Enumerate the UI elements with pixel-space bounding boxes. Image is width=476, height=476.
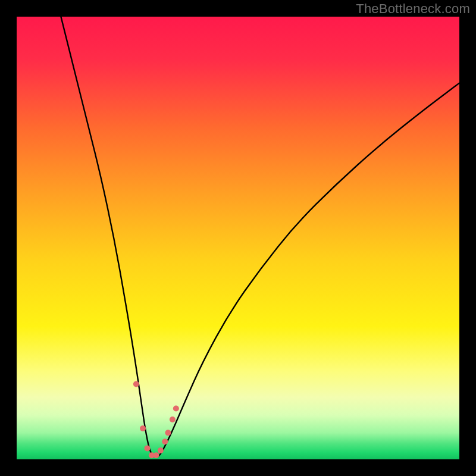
data-marker xyxy=(158,447,164,453)
data-marker xyxy=(140,425,146,431)
data-marker xyxy=(144,445,150,451)
watermark-text: TheBottleneck.com xyxy=(356,1,470,17)
data-marker xyxy=(170,416,176,422)
bottleneck-curve xyxy=(17,17,459,459)
chart-frame: TheBottleneck.com xyxy=(0,0,476,476)
plot-area xyxy=(17,17,459,459)
data-marker xyxy=(162,439,168,444)
data-marker xyxy=(165,430,171,436)
data-marker xyxy=(153,452,159,458)
data-marker xyxy=(133,381,139,387)
data-marker xyxy=(173,405,179,411)
